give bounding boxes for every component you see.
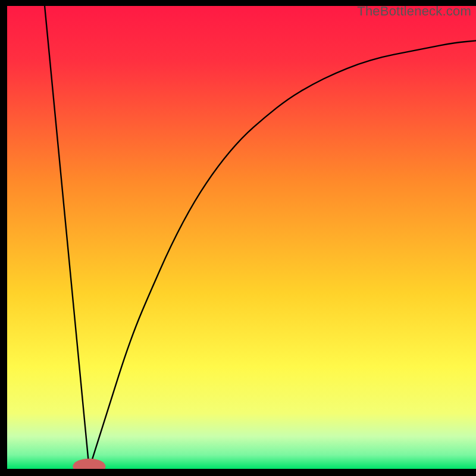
chart-frame: TheBottleneck.com [0,0,476,476]
chart-svg [7,6,476,469]
watermark-text: TheBottleneck.com [357,4,471,19]
plot-area [7,6,476,469]
gradient-background [7,6,476,469]
